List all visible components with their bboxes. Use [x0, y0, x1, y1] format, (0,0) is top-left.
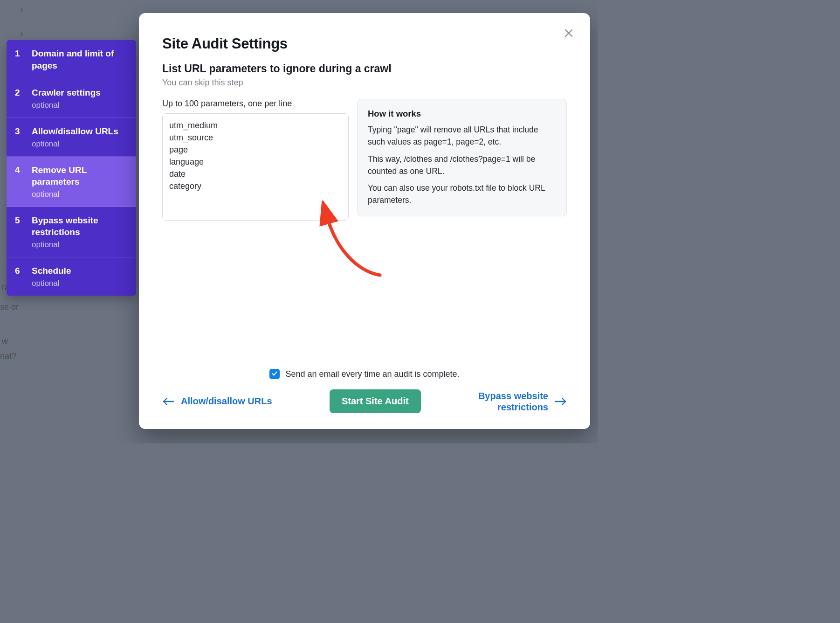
email-notify-label: Send an email every time an audit is com… [285, 369, 459, 379]
step-title: Remove URL parameters [32, 164, 127, 188]
check-icon [271, 369, 278, 379]
background-chevron-icon: › [20, 3, 23, 16]
close-icon [563, 28, 574, 40]
section-heading: List URL parameters to ignore during a c… [162, 62, 567, 75]
step-number: 6 [15, 265, 23, 288]
infobox-paragraph: Typing "page" will remove all URLs that … [368, 124, 556, 148]
infobox-paragraph: You can also use your robots.txt file to… [368, 182, 556, 207]
close-button[interactable] [560, 25, 577, 42]
step-title: Domain and limit of pages [32, 48, 127, 71]
step-number: 3 [15, 125, 23, 149]
start-site-audit-button[interactable]: Start Site Audit [330, 389, 421, 413]
infobox-paragraph: This way, /clothes and /clothes?page=1 w… [368, 153, 556, 178]
background-text: w [2, 337, 8, 346]
step-title: Bypass website restrictions [32, 215, 127, 238]
step-subtitle: optional [32, 101, 101, 110]
sidebar-step-allow-disallow-urls[interactable]: 3 Allow/disallow URLs optional [7, 118, 136, 157]
previous-step-button[interactable]: Allow/disallow URLs [162, 396, 272, 407]
next-step-label-line1: Bypass website [478, 391, 548, 401]
sidebar-step-bypass-restrictions[interactable]: 5 Bypass website restrictions optional [7, 207, 136, 257]
step-title: Crawler settings [32, 87, 101, 99]
how-it-works-panel: How it works Typing "page" will remove a… [357, 99, 567, 216]
url-parameters-textarea[interactable] [162, 113, 349, 221]
email-notify-checkbox[interactable] [269, 369, 280, 379]
background-text: se or [0, 302, 19, 312]
arrow-right-icon [555, 397, 567, 406]
sidebar-step-crawler-settings[interactable]: 2 Crawler settings optional [7, 79, 136, 118]
step-number: 1 [15, 48, 23, 71]
step-subtitle: optional [32, 190, 127, 199]
wizard-steps-sidebar: 1 Domain and limit of pages 2 Crawler se… [7, 40, 136, 296]
background-chevron-icon: › [20, 27, 23, 40]
modal-title: Site Audit Settings [162, 35, 567, 52]
step-number: 5 [15, 215, 23, 249]
settings-modal: Site Audit Settings List URL parameters … [139, 13, 590, 429]
next-step-button[interactable]: Bypass website restrictions [478, 390, 567, 413]
previous-step-label: Allow/disallow URLs [181, 396, 272, 407]
step-subtitle: optional [32, 240, 127, 249]
step-number: 4 [15, 164, 23, 199]
step-subtitle: optional [32, 139, 118, 149]
step-title: Allow/disallow URLs [32, 125, 118, 138]
infobox-title: How it works [368, 109, 556, 119]
step-title: Schedule [32, 265, 71, 277]
sidebar-step-remove-url-parameters[interactable]: 4 Remove URL parameters optional [7, 157, 136, 207]
sidebar-step-domain-limit[interactable]: 1 Domain and limit of pages [7, 40, 136, 79]
next-step-label-line2: restrictions [497, 402, 548, 412]
section-subtext: You can skip this step [162, 78, 567, 88]
textarea-label: Up to 100 parameters, one per line [162, 99, 349, 109]
background-text: nat? [0, 352, 16, 361]
step-subtitle: optional [32, 279, 71, 288]
arrow-left-icon [162, 397, 174, 406]
step-number: 2 [15, 87, 23, 110]
sidebar-step-schedule[interactable]: 6 Schedule optional [7, 257, 136, 296]
